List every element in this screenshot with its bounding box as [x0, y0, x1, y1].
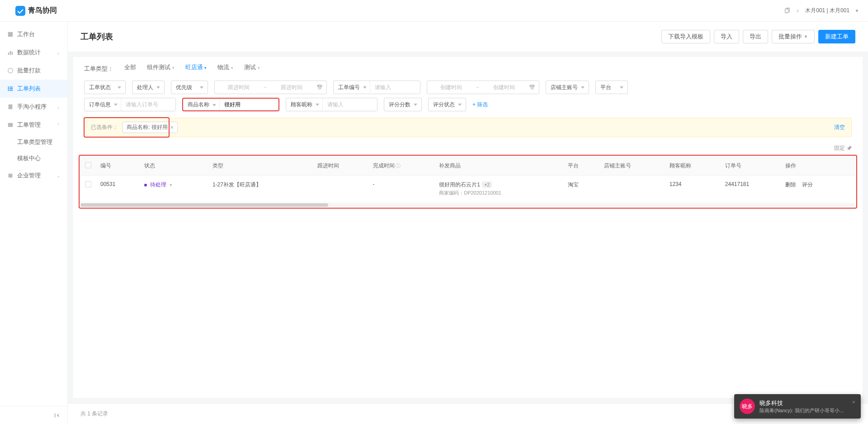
cell-follow-time — [313, 176, 368, 202]
sidebar-item-ticket-manage[interactable]: 工单管理 ⌃ — [0, 116, 67, 134]
table-row[interactable]: 00531 待处理 ▼ 1-27补发【旺店通】 - 很好用的石云片1+2 — [80, 176, 855, 202]
chips-label: 已选条件： — [91, 124, 118, 131]
rate-link[interactable]: 评分 — [802, 181, 813, 188]
toast-title: 晓多科技 — [760, 399, 847, 407]
sidebar-subitem-type-manage[interactable]: 工单类型管理 — [0, 134, 67, 150]
tab-component[interactable]: 组件测试 ▾ — [147, 63, 175, 74]
follow-time-end[interactable] — [271, 84, 312, 91]
chevron-up-icon: ⌃ — [57, 123, 60, 128]
chevron-down-icon: ▼ — [804, 34, 808, 39]
cell-actions: 删除 评分 — [781, 176, 855, 202]
cell-no: 00531 — [96, 176, 140, 202]
batch-button[interactable]: 批量操作▼ — [772, 30, 815, 43]
chevron-down-icon[interactable]: ▼ — [855, 9, 859, 13]
filter-follow-time[interactable]: ~ — [214, 81, 327, 94]
svg-rect-0 — [785, 9, 788, 13]
sidebar-item-miniapp[interactable]: 手淘小程序 ⌄ — [0, 98, 67, 116]
order-info-label[interactable]: 订单信息 — [85, 98, 121, 111]
tab-wangdiantong[interactable]: 旺店通 ▾ — [185, 63, 207, 74]
copy-icon[interactable] — [784, 8, 790, 14]
ticket-no-label[interactable]: 工单编号 — [334, 81, 370, 94]
money-icon — [7, 67, 14, 74]
toast-avatar: 晓多 — [740, 399, 755, 414]
sidebar-item-batch-pay[interactable]: 批量打款 — [0, 62, 67, 80]
sidebar-item-enterprise[interactable]: 企业管理 ⌄ — [0, 167, 67, 185]
col-no: 编号 — [96, 157, 140, 176]
tab-logistics[interactable]: 物流 ▾ — [217, 63, 233, 74]
create-button[interactable]: 新建工单 — [818, 30, 855, 43]
table-container: 编号 状态 类型 跟进时间 完成时间ⓘ 补发商品 平台 店铺主账号 顾客昵称 订… — [79, 155, 857, 209]
chip-remove-icon[interactable]: × — [170, 124, 174, 131]
main: 工单列表 下载导入模板 导入 导出 批量操作▼ 新建工单 工单类型： 全部 组件… — [68, 22, 868, 424]
filter-priority[interactable]: 优先级 — [171, 81, 208, 94]
filter-customer-nick: 顾客昵称 — [286, 98, 377, 111]
list-icon — [7, 86, 14, 92]
cell-product: 很好用的石云片1+2 商家编码：DP20201210001 — [434, 176, 563, 202]
pin-button[interactable]: 固定 — [834, 145, 852, 151]
filter-status[interactable]: 工单状态 — [84, 81, 126, 94]
export-button[interactable]: 导出 — [743, 30, 768, 43]
sidebar-subitem-template[interactable]: 模板中心 — [0, 150, 67, 167]
notification-toast[interactable]: 晓多 晓多科技 陈南希(Nancy): 我们的产研小哥哥小… × — [734, 394, 861, 419]
cell-shop-account — [599, 176, 665, 202]
sidebar-item-label: 工作台 — [17, 30, 35, 38]
user-display[interactable]: 木月001 | 木月001 — [805, 7, 849, 14]
toast-message: 陈南希(Nancy): 我们的产研小哥哥小… — [760, 407, 847, 414]
col-customer: 顾客昵称 — [665, 157, 721, 176]
col-follow-time: 跟进时间 — [313, 157, 368, 176]
scrollbar-thumb[interactable] — [80, 203, 328, 207]
svg-rect-1 — [8, 32, 13, 37]
filter-handler[interactable]: 处理人 — [132, 81, 165, 94]
cell-order-no: 24417181 — [721, 176, 781, 202]
cell-status[interactable]: 待处理 ▼ — [140, 176, 208, 202]
sidebar-item-label: 手淘小程序 — [17, 103, 47, 111]
col-complete-time: 完成时间ⓘ — [368, 157, 435, 176]
filter-rating-score[interactable]: 评分分数 — [384, 98, 422, 111]
manage-icon — [7, 122, 14, 128]
logo[interactable]: 青鸟协同 — [9, 6, 57, 16]
horizontal-scrollbar[interactable] — [80, 203, 855, 207]
download-template-button[interactable]: 下载导入模板 — [661, 30, 710, 43]
header-right: ♀ 木月001 | 木月001 ▼ — [784, 7, 859, 14]
tabs-label: 工单类型： — [84, 65, 113, 73]
filter-platform[interactable]: 平台 — [595, 81, 628, 94]
col-status: 状态 — [140, 157, 208, 176]
delete-link[interactable]: 删除 — [785, 181, 796, 188]
calendar-icon — [316, 84, 323, 91]
sidebar-item-workbench[interactable]: 工作台 — [0, 25, 67, 43]
customer-nick-label[interactable]: 顾客昵称 — [286, 98, 323, 111]
ticket-no-input[interactable] — [370, 81, 420, 94]
filter-row-1: 工单状态 处理人 优先级 ~ 工单编号 ~ — [73, 74, 863, 98]
sidebar-item-ticket-list[interactable]: 工单列表 — [0, 80, 67, 98]
filter-rating-status[interactable]: 评分状态 — [428, 98, 466, 111]
tab-all[interactable]: 全部 — [124, 63, 136, 74]
filter-shop-account[interactable]: 店铺主账号 — [546, 81, 589, 94]
product-name-label[interactable]: 商品名称 — [183, 99, 220, 110]
sidebar-item-stats[interactable]: 数据统计 ⌄ — [0, 43, 67, 62]
import-button[interactable]: 导入 — [714, 30, 739, 43]
product-name-input[interactable] — [220, 99, 278, 110]
select-all-checkbox[interactable] — [85, 162, 91, 168]
customer-nick-input[interactable] — [323, 98, 377, 111]
filter-create-time[interactable]: ~ — [427, 81, 539, 94]
sidebar-item-label: 工单管理 — [17, 121, 41, 129]
col-actions: 操作 — [781, 157, 855, 176]
col-product: 补发商品 — [434, 157, 563, 176]
chips-clear-link[interactable]: 清空 — [834, 124, 845, 131]
toast-close-icon[interactable]: × — [852, 399, 855, 405]
table-header-row: 编号 状态 类型 跟进时间 完成时间ⓘ 补发商品 平台 店铺主账号 顾客昵称 订… — [80, 157, 855, 176]
row-checkbox[interactable] — [85, 181, 91, 187]
create-time-start[interactable] — [431, 84, 472, 91]
order-info-input[interactable] — [121, 98, 175, 111]
page-title: 工单列表 — [80, 31, 113, 42]
tab-test[interactable]: 测试 ▾ — [244, 63, 260, 74]
follow-time-start[interactable] — [218, 84, 259, 91]
svg-rect-9 — [9, 88, 13, 89]
sidebar-collapse-button[interactable] — [0, 406, 67, 424]
create-time-end[interactable] — [484, 84, 524, 91]
info-icon[interactable]: ⓘ — [396, 163, 401, 168]
filter-add-link[interactable]: + 筛选 — [472, 101, 488, 109]
cell-type: 1-27补发【旺店通】 — [208, 176, 313, 202]
calendar-icon — [529, 84, 535, 91]
cell-customer: 1234 — [665, 176, 721, 202]
